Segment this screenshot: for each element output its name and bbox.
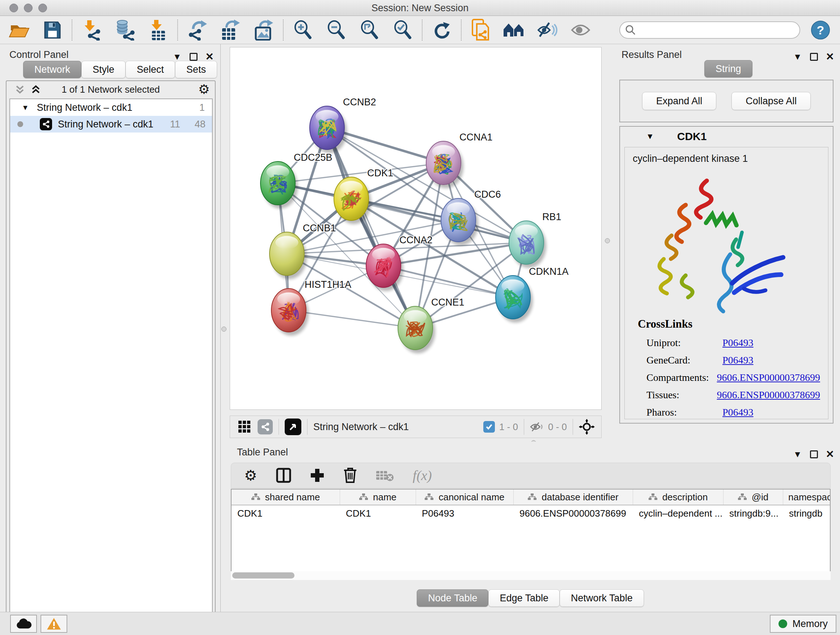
tab-string[interactable]: String [704,60,752,78]
cloud-status-button[interactable] [10,615,37,633]
clone-network-icon[interactable] [470,19,492,41]
zoom-selected-icon[interactable] [392,19,414,41]
export-table-icon[interactable] [219,19,242,41]
cell-shared-name[interactable]: CDK1 [232,505,340,521]
table-panel-maximize-icon[interactable] [810,450,818,458]
node-ccne1[interactable]: CCNE1 [398,297,464,353]
crosslink-row-uniprot: Uniprot:P06493 [646,337,820,348]
cell-canonical-name[interactable]: P06493 [416,505,514,521]
results-entry-box: ▼ CDK1 cyclin–dependent kinase 1 [619,126,834,424]
node-cdc25b[interactable]: CDC25B [261,152,332,209]
column-header-shared-name[interactable]: shared name [232,489,340,505]
tab-sets[interactable]: Sets [175,61,217,78]
column-header-canonical-name[interactable]: canonical name [416,489,514,505]
table-horizontal-scrollbar[interactable] [231,571,831,580]
tree-expander-icon[interactable]: ▼ [22,103,29,112]
results-panel-float-icon[interactable]: ▼ [793,52,802,62]
crosslink-value-link[interactable]: 9606.ENSP00000378699 [717,389,820,401]
column-header-name[interactable]: name [340,489,416,505]
show-columns-icon[interactable] [276,468,291,483]
results-panel-maximize-icon[interactable] [810,53,818,61]
import-network-icon[interactable] [80,19,103,41]
node-ccnb1[interactable]: CCNB1 [270,223,336,279]
node-ccnb2[interactable]: CCNB2 [309,97,376,153]
crosslink-value-link[interactable]: P06493 [722,407,753,418]
table-options-gear-icon[interactable]: ⚙ [244,467,257,484]
delete-table-icon[interactable] [376,469,394,481]
zoom-out-icon[interactable] [325,19,347,41]
cell-id[interactable]: stringdb:9... [723,505,783,521]
table-row[interactable]: CDK1CDK1P064939606.ENSP00000378699cyclin… [232,505,830,521]
help-button[interactable]: ? [811,21,830,40]
node-rb1[interactable]: RB1 [509,211,561,268]
tab-node-table[interactable]: Node Table [417,589,488,607]
cell-database-identifier[interactable]: 9606.ENSP00000378699 [514,505,633,521]
crosslink-value-link[interactable]: 9606.ENSP00000378699 [717,372,820,383]
expand-all-button[interactable]: Expand All [642,92,717,110]
network-nodes[interactable]: CCNB2CCNA1CDC25BCDK1CDC6RB1CCNB1CCNA2CDK… [261,97,569,353]
node-cdc6[interactable]: CDC6 [441,189,501,245]
delete-column-icon[interactable] [343,467,357,483]
column-type-icon [359,494,368,501]
cell-name[interactable]: CDK1 [340,505,416,521]
tab-style[interactable]: Style [81,61,126,78]
node-table[interactable]: shared namenamecanonical namedatabase id… [231,489,831,580]
network-row-selected[interactable]: String Network – cdk1 11 48 [10,116,212,133]
cell-namespace[interactable]: stringdb [783,505,830,521]
right-splitter-handle[interactable] [605,238,610,243]
open-session-icon[interactable] [8,19,30,41]
column-header-id[interactable]: @id [723,489,783,505]
control-panel-maximize-icon[interactable] [189,53,197,61]
network-collection-row[interactable]: ▼ String Network – cdk1 1 [10,99,212,116]
node-cdkn1a[interactable]: CDKN1A [496,266,569,323]
network-options-gear-icon[interactable]: ⚙ [198,82,210,97]
results-panel-close-icon[interactable]: ✕ [826,51,834,63]
export-image-icon[interactable] [253,19,275,41]
function-builder-icon[interactable]: f(x) [413,467,432,483]
crosslink-value-link[interactable]: P06493 [722,355,753,366]
search-field[interactable] [619,21,800,39]
control-panel-title: Control Panel [9,49,69,60]
tab-network[interactable]: Network [23,61,81,78]
node-hist1h1a[interactable]: HIST1H1A [271,279,351,336]
left-splitter-handle[interactable] [221,326,226,332]
grid-view-icon[interactable] [238,420,251,433]
column-header-description[interactable]: description [633,489,723,505]
zoom-fit-icon[interactable] [358,19,381,41]
refresh-icon[interactable] [431,19,453,41]
zoom-in-icon[interactable] [292,19,314,41]
entry-expander-icon[interactable]: ▼ [646,132,654,141]
selected-checkbox-icon[interactable] [483,421,495,432]
tab-edge-table[interactable]: Edge Table [488,589,560,607]
save-session-icon[interactable] [41,19,64,41]
tab-network-table[interactable]: Network Table [560,589,644,607]
crosslink-value-link[interactable]: P06493 [722,337,753,348]
network-share-view-icon[interactable] [257,419,273,434]
detach-view-icon[interactable] [285,418,302,435]
add-column-icon[interactable] [310,468,325,483]
warning-icon [46,617,62,630]
export-network-icon[interactable] [186,19,208,41]
column-header-namespace[interactable]: namespace [783,489,830,505]
cell-description[interactable]: cyclin–dependent ... [633,505,723,521]
network-canvas[interactable]: CCNB2CCNA1CDC25BCDK1CDC6RB1CCNB1CCNA2CDK… [230,47,602,410]
control-panel-float-icon[interactable]: ▼ [173,52,182,62]
home-view-icon[interactable] [503,19,525,41]
tab-select[interactable]: Select [126,61,175,78]
node-label-ccne1: CCNE1 [431,297,464,308]
import-table-icon[interactable] [147,19,169,41]
collapse-all-button[interactable]: Collapse All [731,92,811,110]
column-header-database-identifier[interactable]: database identifier [514,489,633,505]
column-type-icon [649,494,657,501]
scrollbar-thumb[interactable] [232,572,294,578]
search-input[interactable] [636,23,799,37]
hide-unhide-icon[interactable] [536,19,559,41]
table-panel-float-icon[interactable]: ▼ [793,449,802,459]
memory-button[interactable]: Memory [770,615,836,633]
show-graphics-icon[interactable] [569,19,592,41]
warnings-button[interactable] [41,615,67,633]
node-ccna1[interactable]: CCNA1 [426,132,493,188]
table-panel-close-icon[interactable]: ✕ [826,448,834,460]
fit-content-crosshair-icon[interactable] [579,419,595,435]
import-network-from-database-icon[interactable] [114,19,136,41]
